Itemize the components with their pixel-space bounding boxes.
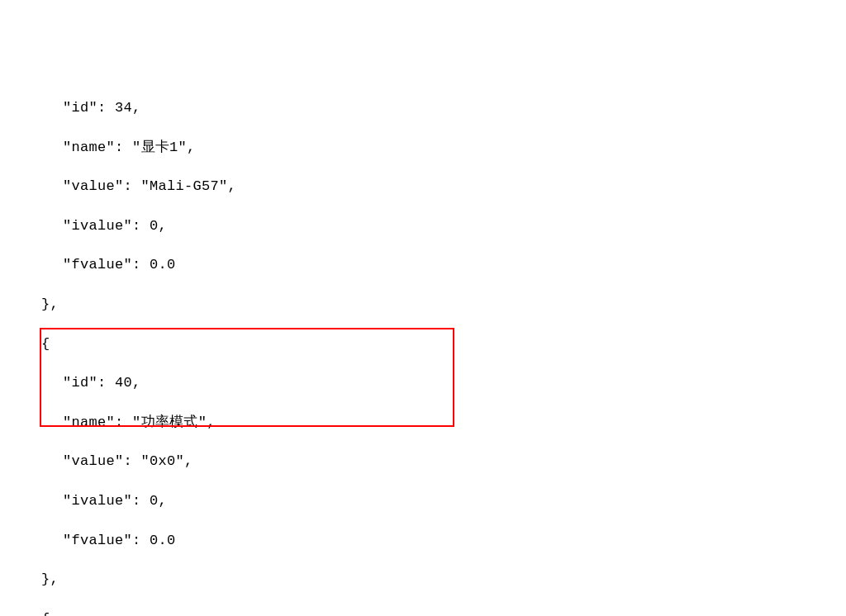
json-prop-name: "name": "显卡1", bbox=[0, 138, 846, 158]
json-prop-value: "value": "0x0", bbox=[0, 452, 846, 471]
json-prop-id: "id": 34, bbox=[0, 98, 846, 118]
json-prop-id: "id": 40, bbox=[0, 373, 846, 393]
json-prop-fvalue: "fvalue": 0.0 bbox=[0, 531, 846, 551]
json-prop-ivalue: "ivalue": 0, bbox=[0, 216, 846, 236]
json-object-open: { bbox=[0, 609, 846, 616]
json-prop-value: "value": "Mali-G57", bbox=[0, 177, 846, 197]
json-prop-fvalue: "fvalue": 0.0 bbox=[0, 255, 846, 275]
json-object-close: }, bbox=[0, 295, 846, 315]
json-object-open: { bbox=[0, 334, 846, 354]
json-object-close: }, bbox=[0, 570, 846, 590]
json-prop-name: "name": "功率模式", bbox=[0, 413, 846, 433]
json-prop-ivalue: "ivalue": 0, bbox=[0, 491, 846, 511]
json-code-block: "id": 34, "name": "显卡1", "value": "Mali-… bbox=[0, 78, 846, 616]
